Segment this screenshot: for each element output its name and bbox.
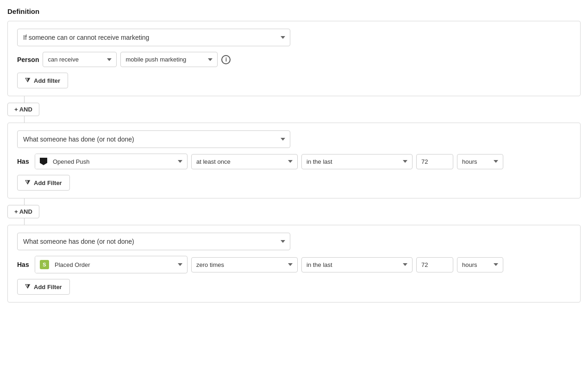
filter-icon-1: ⧩ (25, 77, 30, 84)
filter-icon-3: ⧩ (25, 283, 30, 290)
event-select-3[interactable]: Placed Order Opened Push Viewed Product … (53, 258, 187, 272)
hours-input-2[interactable] (416, 154, 453, 169)
push-icon (35, 154, 51, 169)
condition-block-3: What someone has done (or not done) If s… (7, 225, 581, 303)
hours-input-3[interactable] (416, 257, 453, 272)
frequency-select-3[interactable]: zero times at least once exactly more th… (191, 257, 298, 272)
person-label: Person (17, 56, 39, 63)
main-select-3[interactable]: What someone has done (or not done) If s… (17, 233, 290, 250)
main-select-1[interactable]: If someone can or cannot receive marketi… (17, 29, 290, 46)
add-filter-button-2[interactable]: ⧩ Add Filter (17, 175, 70, 191)
condition-block-2: What someone has done (or not done) If s… (7, 123, 581, 198)
add-filter-button-1[interactable]: ⧩ Add filter (17, 73, 68, 88)
event-select-wrapper-3: S Placed Order Opened Push Viewed Produc… (35, 256, 188, 273)
has-label-3: Has (17, 261, 31, 268)
time-select-3[interactable]: in the last before after between (301, 257, 413, 272)
definition-title: Definition (7, 7, 581, 15)
event-select-wrapper-2: Opened Push Placed Order Viewed Product … (35, 154, 188, 169)
condition-block-1: If someone can or cannot receive marketi… (7, 21, 581, 96)
frequency-select-2[interactable]: at least once zero times exactly more th… (191, 154, 298, 169)
main-select-2[interactable]: What someone has done (or not done) If s… (17, 130, 290, 148)
hours-unit-select-2[interactable]: hours days weeks months (457, 154, 503, 169)
filter-icon-2: ⧩ (25, 179, 30, 186)
and-button-1[interactable]: + AND (7, 103, 39, 116)
add-filter-button-3[interactable]: ⧩ Add Filter (17, 279, 70, 295)
marketing-type-select[interactable]: mobile push marketing email marketing SM… (120, 52, 218, 67)
has-label-2: Has (17, 158, 31, 165)
shopify-icon: S (35, 256, 53, 273)
info-icon[interactable]: i (221, 55, 231, 64)
hours-unit-select-3[interactable]: hours days weeks months (457, 257, 503, 272)
time-select-2[interactable]: in the last before after between (301, 154, 413, 169)
can-receive-select[interactable]: can receive cannot receive (43, 52, 117, 67)
event-select-2[interactable]: Opened Push Placed Order Viewed Product … (51, 154, 187, 169)
and-button-2[interactable]: + AND (7, 205, 39, 218)
